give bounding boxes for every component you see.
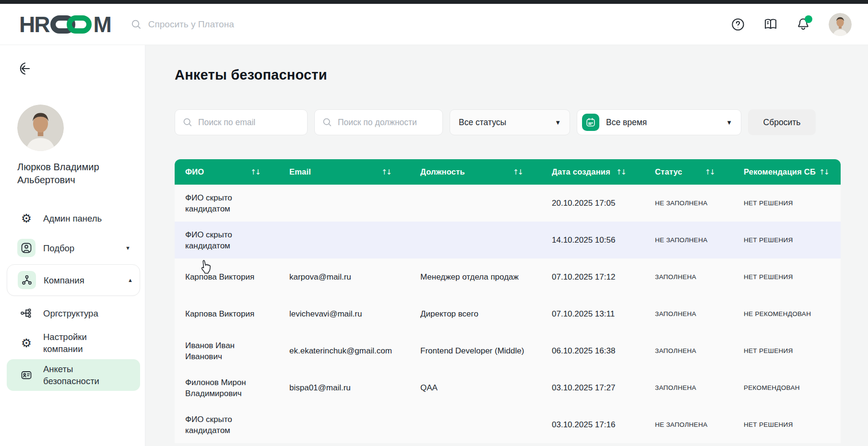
- cell-created: 14.10.2025 10:56: [541, 235, 644, 246]
- cell-recommendation: НЕТ РЕШЕНИЯ: [733, 419, 841, 430]
- page-title: Анкеты безопасности: [175, 67, 327, 83]
- column-header-status[interactable]: Статус ↑↓: [644, 159, 733, 185]
- cell-email: bispa01@mail.ru: [279, 382, 410, 393]
- column-header-email[interactable]: Email ↑↓: [279, 159, 410, 185]
- cell-position: Директор всего: [410, 308, 541, 319]
- position-search-input[interactable]: [338, 117, 434, 128]
- chevron-down-icon: ▼: [555, 119, 561, 126]
- logo-chainlink-icon: [50, 15, 92, 34]
- cell-email: ek.ekaterinchuk@gmail.com: [279, 345, 410, 356]
- column-header-position[interactable]: Должность ↑↓: [410, 159, 541, 185]
- table-row[interactable]: ФИО скрыто кандидатом 20.10.2025 17:05 Н…: [175, 185, 841, 222]
- cell-created: 06.10.2025 16:38: [541, 345, 644, 356]
- reset-filters-button[interactable]: Сбросить: [748, 109, 816, 135]
- notification-dot: [805, 15, 812, 23]
- window-top-strip: [0, 0, 868, 4]
- logo-ring-green: [67, 15, 92, 34]
- sidebar-item-orgstructure[interactable]: Оргструктура: [17, 300, 133, 327]
- search-icon: [131, 19, 142, 30]
- main-content: Анкеты безопасности Все статусы ▼: [146, 45, 868, 446]
- org-people-icon: [18, 271, 36, 289]
- cell-recommendation: НЕ РЕКОМЕНДОВАН: [733, 308, 841, 319]
- table-row[interactable]: Иванов Иван Иванович ek.ekaterinchuk@gma…: [175, 332, 841, 369]
- topbar: HR M: [0, 4, 868, 45]
- table-header: ФИО ↑↓ Email ↑↓ Должность ↑↓ Дата создан…: [175, 159, 841, 185]
- global-search-input[interactable]: [148, 19, 302, 30]
- hroom-logo: HR M: [19, 12, 111, 37]
- cell-email: karpova@mail.ru: [279, 271, 410, 282]
- column-header-created[interactable]: Дата создания ↑↓: [541, 159, 644, 185]
- book-icon[interactable]: [763, 18, 778, 31]
- cell-created: 20.10.2025 17:05: [541, 198, 644, 209]
- help-icon[interactable]: [731, 17, 745, 32]
- table-row[interactable]: ФИО скрыто кандидатом 14.10.2025 10:56 Н…: [175, 222, 841, 258]
- cell-status: ЗАПОЛНЕНА: [644, 308, 733, 319]
- chevron-up-icon: ▲: [128, 277, 136, 283]
- status-filter-value: Все статусы: [459, 117, 506, 128]
- cell-fio: ФИО скрыто кандидатом: [175, 192, 279, 214]
- user-avatar[interactable]: [829, 13, 852, 36]
- cell-created: 03.10.2025 17:16: [541, 419, 644, 430]
- sidebar: Люрков Владимир Альбертович ⚙ Админ пане…: [0, 45, 145, 446]
- cell-position: Менеджер отдела продаж: [410, 271, 541, 282]
- cell-recommendation: НЕТ РЕШЕНИЯ: [733, 235, 841, 246]
- sidebar-item-company[interactable]: Компания ▲: [18, 267, 136, 293]
- cell-status: НЕ ЗАПОЛНЕНА: [644, 235, 733, 246]
- cell-fio: Карпова Виктория: [175, 308, 279, 319]
- column-header-recommendation[interactable]: Рекомендация СБ ↑↓: [733, 159, 841, 185]
- cell-fio: Карпова Виктория: [175, 271, 279, 282]
- search-icon: [322, 117, 332, 127]
- sort-icon: ↑↓: [705, 168, 714, 176]
- cell-status: ЗАПОЛНЕНА: [644, 271, 733, 282]
- sidebar-nav: ⚙ Админ панель Подбор ▼: [17, 205, 133, 394]
- sort-icon: ↑↓: [819, 168, 828, 176]
- sort-icon: ↑↓: [513, 168, 522, 176]
- email-search-field: [175, 109, 308, 135]
- sort-icon: ↑↓: [381, 168, 391, 176]
- cell-fio: ФИО скрыто кандидатом: [175, 414, 279, 436]
- time-filter-dropdown[interactable]: Все время ▼: [577, 109, 741, 135]
- sidebar-item-admin-panel[interactable]: ⚙ Админ панель: [17, 205, 133, 232]
- topbar-actions: [731, 13, 852, 36]
- cell-status: ЗАПОЛНЕНА: [644, 345, 733, 356]
- cell-position: Frontend Developer (Middle): [410, 345, 541, 356]
- person-badge-icon: [17, 239, 36, 257]
- calendar-icon: [582, 114, 599, 131]
- org-structure-icon: [17, 304, 36, 322]
- cell-status: ЗАПОЛНЕНА: [644, 382, 733, 393]
- cell-email: levichevavi@mail.ru: [279, 308, 410, 319]
- table-row[interactable]: Филонов Мирон Владимирович bispa01@mail.…: [175, 369, 841, 406]
- sidebar-item-podbor[interactable]: Подбор ▼: [17, 235, 133, 261]
- cell-status: НЕ ЗАПОЛНЕНА: [644, 419, 733, 430]
- table-body: ФИО скрыто кандидатом 20.10.2025 17:05 Н…: [175, 185, 841, 443]
- filters-bar: Все статусы ▼ Все время ▼ Сбросить: [175, 109, 816, 135]
- column-header-fio[interactable]: ФИО ↑↓: [175, 159, 279, 185]
- cell-fio: ФИО скрыто кандидатом: [175, 229, 279, 251]
- status-filter-dropdown[interactable]: Все статусы ▼: [450, 109, 570, 135]
- id-card-icon: [17, 366, 36, 384]
- logo-text-hr: HR: [19, 12, 49, 37]
- email-search-input[interactable]: [198, 117, 294, 128]
- cell-fio: Филонов Мирон Владимирович: [175, 377, 279, 399]
- sidebar-group-company: Компания ▲: [7, 264, 140, 296]
- logo-text-m: M: [93, 12, 110, 37]
- sidebar-item-company-settings[interactable]: ⚙ Настройки компании: [17, 329, 133, 356]
- notifications-bell-icon[interactable]: [796, 17, 810, 32]
- search-icon: [183, 117, 192, 127]
- gear-icon: ⚙: [17, 209, 36, 227]
- table-row[interactable]: Карпова Виктория levichevavi@mail.ru Дир…: [175, 295, 841, 332]
- profile-name: Люрков Владимир Альбертович: [17, 161, 118, 187]
- collapse-sidebar-icon[interactable]: [17, 61, 133, 76]
- sort-icon: ↑↓: [616, 168, 625, 176]
- cell-status: НЕ ЗАПОЛНЕНА: [644, 198, 733, 209]
- chevron-down-icon: ▼: [726, 119, 732, 126]
- cell-created: 07.10.2025 13:11: [541, 308, 644, 319]
- table-row[interactable]: ФИО скрыто кандидатом 03.10.2025 17:16 Н…: [175, 406, 841, 443]
- gear-icon: ⚙: [17, 334, 36, 352]
- sidebar-item-security-questionnaires[interactable]: Анкеты безопасности: [7, 359, 140, 391]
- table-row[interactable]: Карпова Виктория karpova@mail.ru Менедже…: [175, 258, 841, 295]
- cell-recommendation: РЕКОМЕНДОВАН: [733, 382, 841, 393]
- profile-avatar[interactable]: [17, 105, 64, 151]
- cell-recommendation: НЕТ РЕШЕНИЯ: [733, 198, 841, 209]
- cell-recommendation: НЕТ РЕШЕНИЯ: [733, 345, 841, 356]
